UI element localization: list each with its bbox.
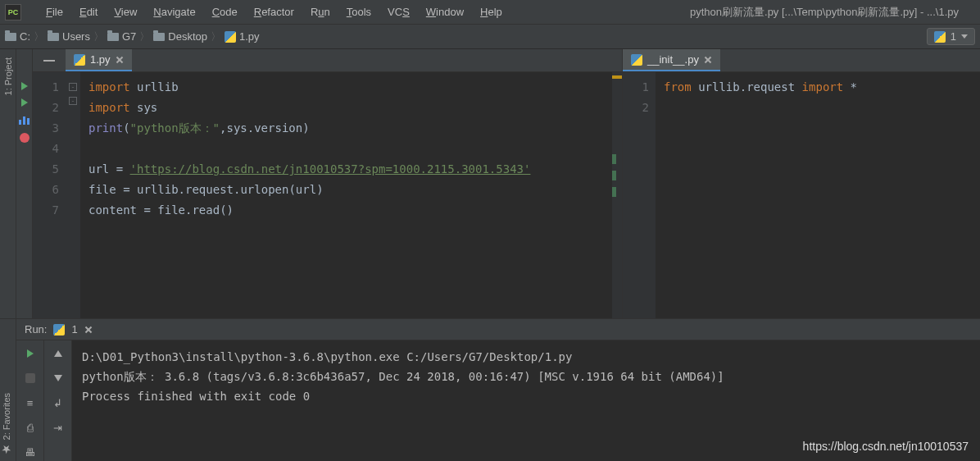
chevron-right-icon: 〉 (93, 30, 104, 44)
breadcrumb-label: 1.py (239, 30, 260, 43)
diff-mark[interactable] (612, 187, 616, 197)
warning-mark[interactable] (612, 75, 622, 79)
line-number: 6 (33, 180, 59, 200)
breadcrumb-file[interactable]: 1.py (225, 30, 260, 43)
editor-pane-left: 1.py 1 2 3 4 5 6 7 - - import ur (33, 49, 623, 318)
coverage-icon[interactable] (19, 115, 29, 125)
breakpoint-icon[interactable] (20, 133, 29, 143)
folder-icon (107, 33, 119, 41)
code-lines[interactable]: from urllib.request import * (656, 72, 980, 318)
line-number: 7 (33, 200, 59, 221)
menu-help[interactable]: Help (472, 6, 510, 18)
menu-tools[interactable]: Tools (338, 6, 379, 18)
menu-window[interactable]: Window (418, 6, 472, 18)
line-number: 3 (33, 118, 59, 139)
code-token: * (851, 80, 857, 94)
run-panel: ★2: Favorites Run: 1 ≡ ⎙ 🖶 ↲ ⇥ D:\D01_Py… (0, 318, 980, 461)
code-token: urllib.request (698, 80, 801, 94)
tab-gutter (33, 49, 66, 71)
menu-code[interactable]: Code (204, 6, 246, 18)
menu-file[interactable]: File (38, 6, 71, 18)
run-icon[interactable] (21, 98, 28, 107)
code-keyword: from (664, 80, 698, 94)
close-icon[interactable] (84, 326, 93, 334)
breadcrumb-drive[interactable]: C: (5, 30, 30, 43)
python-file-icon (53, 324, 65, 335)
close-icon[interactable] (704, 56, 712, 64)
breadcrumb-g7[interactable]: G7 (107, 30, 136, 43)
python-file-icon (934, 31, 946, 43)
line-numbers: 1 2 3 4 5 6 7 (33, 72, 66, 318)
chevron-right-icon: 〉 (34, 30, 44, 44)
python-file-icon (225, 31, 236, 43)
folder-icon (5, 33, 16, 41)
chevron-right-icon: 〉 (139, 30, 150, 44)
breadcrumb-desktop[interactable]: Desktop (153, 30, 207, 43)
menu-edit[interactable]: Edit (71, 6, 106, 18)
file-tab-1py[interactable]: 1.py (66, 49, 132, 71)
code-line: content = file.read() (88, 200, 622, 221)
print-icon[interactable]: 🖶 (24, 445, 37, 459)
menu-vcs[interactable]: VCS (379, 6, 418, 18)
error-stripe[interactable] (612, 72, 622, 318)
file-tab-label: 1.py (90, 53, 111, 66)
menu-refactor[interactable]: Refactor (246, 6, 302, 18)
run-label: Run: (25, 323, 47, 335)
fold-icon[interactable]: - (69, 97, 77, 105)
code-editor[interactable]: 1 2 from urllib.request import * (623, 72, 980, 318)
line-number: 2 (623, 98, 649, 118)
favorites-label: 2: Favorites (2, 393, 11, 440)
diff-mark[interactable] (612, 154, 616, 164)
down-icon[interactable] (52, 372, 65, 385)
pin-icon[interactable]: ⎙ (24, 421, 37, 434)
folder-icon (153, 33, 165, 41)
python-file-icon (74, 54, 85, 66)
line-numbers: 1 2 (623, 72, 656, 318)
left-toolstrip-bottom: ★2: Favorites (0, 319, 16, 461)
console-line: python版本： 3.6.8 (tags/v3.6.8:3c6b436a57,… (82, 367, 970, 386)
stop-icon[interactable] (24, 372, 37, 385)
rerun-icon[interactable] (24, 347, 37, 360)
favorites-toolwindow-button[interactable]: ★2: Favorites (0, 393, 13, 456)
python-file-icon (631, 54, 642, 66)
file-tab-init[interactable]: __init__.py (623, 49, 720, 71)
code-token: sys (137, 101, 157, 114)
chevron-down-icon (961, 34, 968, 39)
scroll-icon[interactable]: ⇥ (52, 421, 65, 434)
navbar: C: 〉 Users 〉 G7 〉 Desktop 〉 1.py 1 (0, 25, 980, 49)
line-number: 2 (33, 98, 59, 118)
code-editor[interactable]: 1 2 3 4 5 6 7 - - import urllibimport sy… (33, 72, 622, 318)
app-icon: PC (5, 4, 21, 21)
breadcrumb-drive-label: C: (20, 30, 30, 43)
breadcrumb-users[interactable]: Users (48, 30, 90, 43)
run-config-selector[interactable]: 1 (927, 28, 975, 45)
fold-icon[interactable]: - (69, 83, 77, 91)
code-line: file = urllib.request.urlopen(url) (88, 180, 622, 200)
menu-navigate[interactable]: Navigate (145, 6, 203, 18)
menu-run[interactable]: Run (302, 6, 338, 18)
softwrap-icon[interactable]: ↲ (52, 396, 65, 409)
console-line: D:\D01_Python3\install\python-3.6.8\pyth… (82, 347, 970, 367)
code-token: url = (88, 162, 130, 176)
tab-bar: 1.py (33, 49, 622, 72)
file-tab-label: __init__.py (647, 53, 699, 66)
run-icon[interactable] (21, 82, 28, 90)
breadcrumb-label: Users (62, 30, 90, 43)
code-token: sys.version (226, 121, 302, 135)
project-toolwindow-button[interactable]: 1: Project (3, 57, 13, 95)
breadcrumb-label: G7 (122, 30, 136, 43)
left-toolstrip: 1: Project (0, 49, 16, 318)
line-number: 1 (33, 77, 59, 98)
code-lines[interactable]: import urllibimport sysprint("python版本："… (80, 72, 622, 318)
star-icon: ★ (0, 443, 13, 456)
fold-gutter: - - (66, 72, 80, 318)
layout-icon[interactable]: ≡ (24, 396, 37, 409)
run-gutter (16, 49, 33, 318)
close-icon[interactable] (116, 56, 124, 64)
chevron-right-icon: 〉 (211, 30, 221, 44)
up-icon[interactable] (52, 347, 65, 360)
diff-mark[interactable] (612, 171, 616, 180)
line-number: 5 (33, 159, 59, 180)
watermark: https://blog.csdn.net/jn10010537 (803, 440, 969, 453)
menu-view[interactable]: View (106, 6, 145, 18)
